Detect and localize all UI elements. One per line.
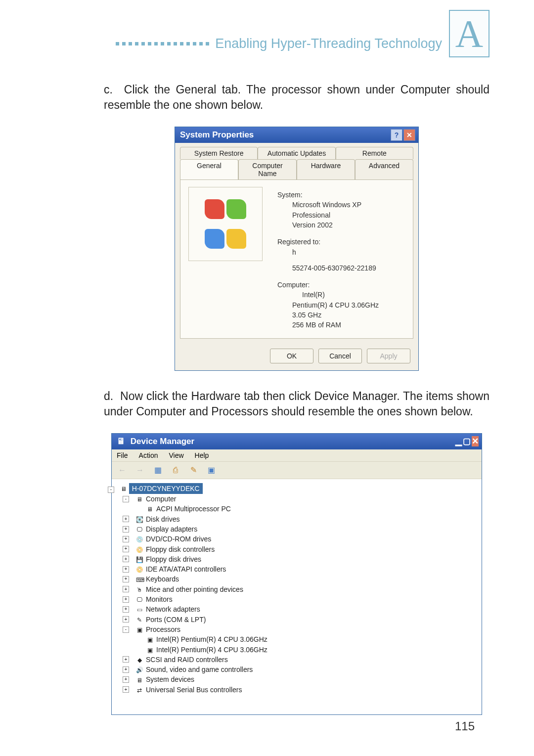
tree-root-row[interactable]: - 🖥 H-07DCYNEYYDEKC bbox=[116, 483, 478, 494]
expand-toggle[interactable]: - bbox=[108, 487, 114, 493]
expand-toggle[interactable]: + bbox=[123, 526, 129, 533]
devmgr-icon: 🖥 bbox=[117, 437, 125, 446]
expand-toggle[interactable]: - bbox=[123, 496, 129, 502]
tree-item[interactable]: +🖱Mice and other pointing devices bbox=[116, 584, 478, 594]
tree-item[interactable]: +⌨Keyboards bbox=[116, 574, 478, 584]
tab-system-restore[interactable]: System Restore bbox=[180, 147, 258, 159]
tree-item[interactable]: ▣Intel(R) Pentium(R) 4 CPU 3.06GHz bbox=[116, 645, 478, 655]
device-icon: 📀 bbox=[136, 566, 143, 573]
device-icon: ▭ bbox=[136, 606, 143, 613]
toolbar-icon-3[interactable]: ✎ bbox=[188, 465, 199, 476]
tree-item-label: Display adapters bbox=[146, 524, 197, 534]
tree-item[interactable]: +🔊Sound, video and game controllers bbox=[116, 665, 478, 674]
tree-item[interactable]: +💿DVD/CD-ROM drives bbox=[116, 534, 478, 544]
expand-toggle[interactable]: + bbox=[123, 616, 129, 623]
expand-toggle[interactable]: + bbox=[123, 576, 129, 582]
tree-item[interactable]: +📀Floppy disk controllers bbox=[116, 544, 478, 554]
ok-button[interactable]: OK bbox=[270, 349, 313, 363]
expand-toggle[interactable]: + bbox=[123, 566, 129, 573]
tree-item-label: Sound, video and game controllers bbox=[146, 665, 253, 674]
expand-toggle[interactable]: + bbox=[123, 596, 129, 603]
tab-general[interactable]: General bbox=[180, 159, 238, 179]
dialog-title: System Properties bbox=[180, 130, 254, 140]
paragraph-c: c. Click the General tab. The processor … bbox=[104, 82, 490, 113]
device-icon: 📀 bbox=[136, 546, 143, 553]
back-icon[interactable]: ← bbox=[117, 465, 128, 476]
tree-item-label: Universal Serial Bus controllers bbox=[146, 685, 242, 695]
os-version: Version 2002 bbox=[277, 220, 379, 230]
help-button[interactable]: ? bbox=[391, 129, 402, 141]
tab-computer-name[interactable]: Computer Name bbox=[238, 159, 297, 179]
tree-item[interactable]: -🖥Computer bbox=[116, 494, 478, 504]
tree-item[interactable]: 🖥ACPI Multiprocessor PC bbox=[116, 504, 478, 514]
forward-icon[interactable]: → bbox=[134, 465, 145, 476]
tree-item[interactable]: +✎Ports (COM & LPT) bbox=[116, 615, 478, 624]
device-icon: 🖥 bbox=[136, 676, 143, 683]
tree-item-label: Ports (COM & LPT) bbox=[146, 615, 206, 624]
menu-help[interactable]: Help bbox=[195, 451, 209, 459]
devmgr-titlebar[interactable]: 🖥 Device Manager ▁ ▢ ✕ bbox=[112, 434, 482, 449]
tree-item-label: System devices bbox=[146, 674, 194, 684]
toolbar-icon-4[interactable]: ▣ bbox=[206, 465, 217, 476]
tree-item[interactable]: +🖥System devices bbox=[116, 674, 478, 684]
expand-toggle[interactable]: + bbox=[123, 656, 129, 663]
section-title: Enabling Hyper-Threading Technology bbox=[215, 36, 442, 51]
tree-root-label: H-07DCYNEYYDEKC bbox=[129, 483, 203, 494]
toolbar-icon-2[interactable]: ⎙ bbox=[170, 465, 181, 476]
tree-item[interactable]: +📀IDE ATA/ATAPI controllers bbox=[116, 564, 478, 574]
registered-label: Registered to: bbox=[277, 237, 379, 247]
tree-item[interactable]: +💾Floppy disk drives bbox=[116, 554, 478, 564]
tab-hardware[interactable]: Hardware bbox=[297, 159, 355, 179]
tree-item-label: SCSI and RAID controllers bbox=[146, 655, 228, 665]
expand-toggle[interactable]: + bbox=[123, 516, 129, 522]
device-icon: ⇄ bbox=[136, 686, 143, 693]
expand-toggle[interactable]: + bbox=[123, 606, 129, 613]
tree-item[interactable]: +🖵Monitors bbox=[116, 594, 478, 604]
device-icon: 🖥 bbox=[146, 505, 153, 512]
chapter-header: Enabling Hyper-Threading Technology A bbox=[104, 20, 490, 67]
tree-item-label: Intel(R) Pentium(R) 4 CPU 3.06GHz bbox=[156, 634, 267, 644]
device-manager-window: 🖥 Device Manager ▁ ▢ ✕ File Action View … bbox=[111, 433, 482, 715]
device-icon: ⌨ bbox=[136, 576, 143, 583]
expand-toggle[interactable]: + bbox=[123, 536, 129, 542]
expand-toggle[interactable]: + bbox=[123, 667, 129, 673]
tree-item[interactable]: +💽Disk drives bbox=[116, 514, 478, 524]
dialog-titlebar[interactable]: System Properties ? ✕ bbox=[175, 127, 418, 143]
tree-item[interactable]: ▣Intel(R) Pentium(R) 4 CPU 3.06GHz bbox=[116, 634, 478, 644]
expand-toggle[interactable]: + bbox=[123, 586, 129, 592]
device-tree[interactable]: - 🖥 H-07DCYNEYYDEKC -🖥Computer🖥ACPI Mult… bbox=[112, 479, 482, 714]
close-button[interactable]: ✕ bbox=[472, 436, 479, 446]
cpu-speed: 3.05 GHz bbox=[277, 310, 379, 320]
tree-item[interactable]: +▭Network adapters bbox=[116, 604, 478, 614]
expand-toggle[interactable]: + bbox=[123, 556, 129, 562]
cancel-button[interactable]: Cancel bbox=[318, 349, 362, 363]
tree-item-label: Keyboards bbox=[146, 574, 179, 584]
toolbar-icon-1[interactable]: ▦ bbox=[152, 465, 163, 476]
tab-remote[interactable]: Remote bbox=[336, 147, 413, 159]
registered-name: h bbox=[277, 247, 379, 257]
tree-item[interactable]: +🖵Display adapters bbox=[116, 524, 478, 534]
general-panel: System: Microsoft Windows XP Professiona… bbox=[180, 179, 413, 339]
menu-view[interactable]: View bbox=[169, 451, 183, 459]
close-button[interactable]: ✕ bbox=[403, 129, 415, 141]
expand-toggle[interactable]: + bbox=[123, 676, 129, 683]
menu-file[interactable]: File bbox=[117, 451, 128, 459]
cpu-brand: Intel(R) bbox=[277, 290, 379, 300]
tab-automatic-updates[interactable]: Automatic Updates bbox=[258, 147, 335, 159]
tree-item[interactable]: -▣Processors bbox=[116, 624, 478, 634]
product-serial: 55274-005-6307962-22189 bbox=[277, 263, 379, 273]
paragraph-d: d. Now click the Hardware tab then click… bbox=[104, 389, 490, 419]
menu-action[interactable]: Action bbox=[139, 451, 158, 459]
expand-toggle[interactable]: - bbox=[123, 626, 129, 633]
minimize-button[interactable]: ▁ bbox=[455, 436, 462, 446]
apply-button[interactable]: Apply bbox=[367, 349, 410, 363]
tabs-row-top: System Restore Automatic Updates Remote bbox=[175, 143, 418, 159]
tree-item[interactable]: +⇄Universal Serial Bus controllers bbox=[116, 685, 478, 695]
tree-item[interactable]: +◆SCSI and RAID controllers bbox=[116, 655, 478, 665]
maximize-button[interactable]: ▢ bbox=[463, 436, 471, 446]
expand-toggle[interactable]: + bbox=[123, 546, 129, 552]
expand-toggle[interactable]: + bbox=[123, 686, 129, 693]
page-number: 115 bbox=[455, 719, 475, 733]
tab-advanced[interactable]: Advanced bbox=[355, 159, 413, 179]
cpu-model: Pentium(R) 4 CPU 3.06GHz bbox=[277, 300, 379, 310]
